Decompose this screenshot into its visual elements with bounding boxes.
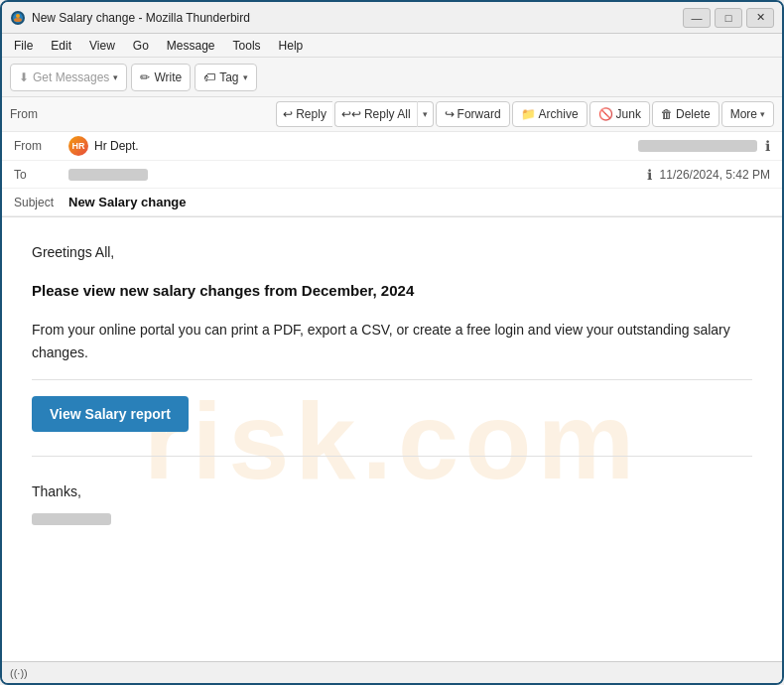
window-title: New Salary change - Mozilla Thunderbird	[32, 11, 683, 25]
window-controls: — □ ✕	[683, 8, 774, 28]
reply-button-group: ↩ Reply	[276, 101, 332, 127]
to-email-blurred	[68, 169, 148, 181]
sign-off-section: Thanks,	[32, 480, 752, 529]
reply-icon: ↩	[283, 107, 293, 121]
delete-icon: 🗑	[661, 107, 673, 121]
main-toolbar: ⬇ Get Messages ▾ ✏ Write 🏷 Tag ▾	[2, 58, 782, 97]
app-icon	[10, 10, 26, 26]
more-dropdown-icon: ▾	[760, 109, 765, 119]
junk-icon: 🚫	[598, 107, 613, 121]
menubar: File Edit View Go Message Tools Help	[2, 34, 782, 58]
close-button[interactable]: ✕	[746, 8, 774, 28]
reply-all-icon: ↩↩	[341, 107, 361, 121]
sub-message-text: From your online portal you can print a …	[32, 319, 752, 363]
from-row: From HR Hr Dept. ℹ	[2, 132, 782, 161]
reply-all-button-group: ↩↩ Reply All ▾	[334, 101, 434, 127]
archive-icon: 📁	[521, 107, 536, 121]
subject-value: New Salary change	[68, 195, 187, 209]
menu-file[interactable]: File	[6, 37, 41, 55]
menu-help[interactable]: Help	[271, 37, 312, 55]
titlebar: New Salary change - Mozilla Thunderbird …	[2, 2, 782, 34]
from-label: From	[14, 139, 68, 153]
to-row: To ℹ 11/26/2024, 5:42 PM	[2, 161, 782, 189]
download-icon: ⬇	[19, 70, 29, 84]
write-button[interactable]: ✏ Write	[131, 64, 191, 91]
get-messages-dropdown-icon: ▾	[113, 72, 118, 82]
to-label: To	[14, 168, 68, 182]
main-message-text: Please view new salary changes from Dece…	[32, 279, 752, 303]
body-divider-2	[32, 456, 752, 457]
wifi-icon: ((·))	[10, 667, 28, 679]
email-datetime: 11/26/2024, 5:42 PM	[660, 168, 770, 182]
svg-point-3	[16, 14, 20, 18]
forward-button[interactable]: ↪ Forward	[436, 101, 510, 127]
more-button[interactable]: More ▾	[721, 101, 774, 127]
delete-button[interactable]: 🗑 Delete	[652, 101, 719, 127]
tag-dropdown-icon: ▾	[243, 72, 248, 82]
junk-button[interactable]: 🚫 Junk	[589, 101, 650, 127]
thunderbird-window: New Salary change - Mozilla Thunderbird …	[0, 0, 784, 685]
svg-point-2	[14, 18, 22, 22]
email-content: Greetings All, Please view new salary ch…	[32, 241, 752, 529]
sender-info-icon[interactable]: ℹ	[765, 138, 770, 154]
from-email-blurred	[638, 140, 757, 152]
view-salary-report-button[interactable]: View Salary report	[32, 396, 189, 432]
email-header: From ↩ Reply ↩↩ Reply All ▾ ↪ Forward	[2, 97, 782, 217]
tag-button[interactable]: 🏷 Tag ▾	[195, 64, 256, 91]
subject-label: Subject	[14, 196, 68, 209]
to-info-icon[interactable]: ℹ	[647, 167, 652, 183]
action-toolbar: From ↩ Reply ↩↩ Reply All ▾ ↪ Forward	[2, 97, 782, 132]
sender-avatar: HR	[68, 136, 88, 156]
archive-button[interactable]: 📁 Archive	[512, 101, 588, 127]
from-sender-name: Hr Dept.	[94, 139, 638, 153]
reply-all-dropdown[interactable]: ▾	[417, 101, 434, 127]
get-messages-button[interactable]: ⬇ Get Messages ▾	[10, 64, 127, 91]
forward-icon: ↪	[445, 107, 455, 121]
from-label-action: From	[10, 107, 65, 121]
minimize-button[interactable]: —	[683, 8, 711, 28]
tag-icon: 🏷	[203, 70, 215, 84]
maximize-button[interactable]: □	[715, 8, 742, 28]
email-body: risk.com Greetings All, Please view new …	[2, 217, 782, 661]
subject-row: Subject New Salary change	[2, 189, 782, 216]
menu-edit[interactable]: Edit	[43, 37, 79, 55]
body-divider	[32, 379, 752, 380]
reply-button[interactable]: ↩ Reply	[276, 101, 332, 127]
menu-go[interactable]: Go	[125, 37, 157, 55]
write-icon: ✏	[140, 70, 150, 84]
menu-message[interactable]: Message	[159, 37, 223, 55]
greeting-text: Greetings All,	[32, 241, 752, 263]
menu-view[interactable]: View	[81, 37, 123, 55]
statusbar: ((·))	[2, 661, 782, 683]
sender-name-blurred	[32, 513, 111, 525]
sign-off-text: Thanks,	[32, 480, 752, 502]
reply-all-button[interactable]: ↩↩ Reply All	[334, 101, 417, 127]
menu-tools[interactable]: Tools	[225, 37, 269, 55]
